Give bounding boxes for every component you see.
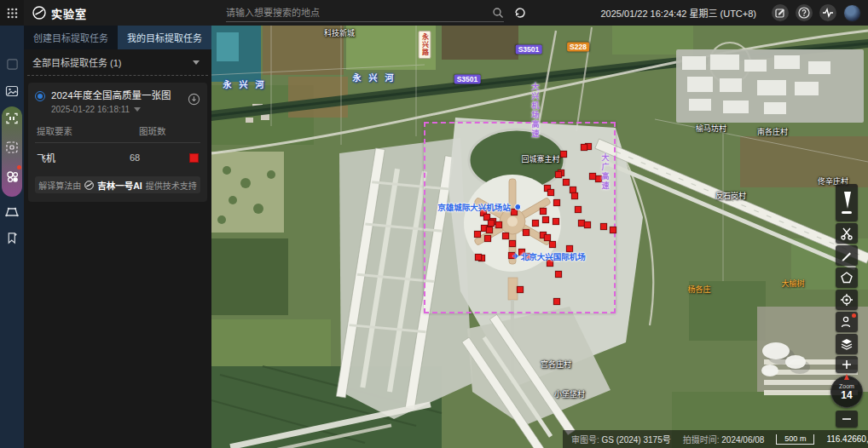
- brand-logo-icon: [32, 6, 46, 20]
- scale-bar: 500 m: [776, 434, 814, 445]
- image-layer-icon: [5, 84, 19, 98]
- user-avatar[interactable]: [843, 4, 861, 22]
- approval-number-value: GS (2024) 3175号: [602, 435, 671, 445]
- approval-number-label: 审图号:: [571, 435, 599, 445]
- task-panel: 创建目标提取任务 我的目标提取任务 全部目标提取任务 (1) 2024年度全国高…: [24, 26, 211, 448]
- cursor-coordinates: 116.42660, 39.53656: [826, 434, 868, 444]
- street-person-button[interactable]: [836, 312, 858, 332]
- grid-tool-icon: [6, 58, 19, 71]
- zoom-in-button[interactable]: [836, 356, 858, 373]
- divider: [27, 75, 208, 76]
- notification-badge: [852, 313, 856, 318]
- road-badge: S3501: [454, 75, 481, 84]
- powered-by-bar: 解译算法由 吉林一号AI 提供技术支持: [35, 176, 200, 193]
- road-badge: S3501: [516, 45, 542, 55]
- tab-my-tasks[interactable]: 我的目标提取任务: [118, 26, 211, 49]
- brand: 实验室: [32, 5, 87, 21]
- task-tabs: 创建目标提取任务 我的目标提取任务: [24, 26, 211, 49]
- select-area-icon: [5, 141, 19, 154]
- topbar: 实验室 2025/01/22 16:24:42 星期三 (UTC+8): [0, 0, 868, 26]
- rail-item-polygon[interactable]: [0, 203, 24, 221]
- download-icon: [188, 93, 200, 106]
- locate-button[interactable]: [836, 290, 858, 310]
- feedback-button[interactable]: [772, 4, 789, 21]
- capture-time-label: 拍摄时间:: [683, 435, 720, 445]
- column-count: 图斑数: [139, 124, 199, 137]
- task-time-row[interactable]: 2025-01-22 16:18:11: [51, 105, 171, 114]
- feature-count: 68: [130, 152, 189, 163]
- help-icon: [798, 7, 810, 19]
- notification-badge: [17, 165, 21, 169]
- search-bar: [226, 3, 504, 22]
- swipe-compare-button[interactable]: [836, 184, 858, 221]
- zoom-out-button[interactable]: [836, 411, 858, 428]
- task-radio-selected[interactable]: [35, 91, 45, 101]
- detection-color-swatch[interactable]: [189, 153, 199, 163]
- rail-item-dim-tool[interactable]: [0, 55, 24, 73]
- rail-item-imagery[interactable]: [0, 82, 24, 101]
- column-feature: 提取要素: [37, 124, 139, 137]
- map-toolbar: Zoom 14: [834, 184, 859, 428]
- capture-time-value: 2024/06/08: [721, 435, 764, 445]
- pentagon-icon: [840, 271, 854, 284]
- ai-extract-icon: [5, 169, 20, 184]
- swipe-curtain-icon: [838, 191, 855, 215]
- pen-icon: [840, 249, 854, 262]
- result-table-header: 提取要素 图斑数: [35, 124, 200, 137]
- task-card-header: 2024年度全国高质量一张图 2025-01-22 16:18:11: [35, 89, 200, 114]
- scissors-icon: [840, 227, 854, 240]
- feature-name: 飞机: [37, 151, 130, 164]
- zoom-value: 14: [841, 390, 852, 400]
- target-icon: [840, 293, 854, 307]
- person-pin-icon: [840, 315, 854, 329]
- powered-prefix: 解译算法由: [38, 179, 81, 192]
- scan-view-icon: [5, 112, 19, 125]
- chevron-down-icon: [193, 60, 200, 65]
- bookmark-icon: [6, 232, 19, 244]
- result-table-row[interactable]: 飞机 68: [35, 151, 200, 164]
- jilin1-logo-icon: [84, 181, 94, 190]
- topbar-right: 2025/01/22 16:24:42 星期三 (UTC+8): [600, 0, 861, 26]
- reset-search-button[interactable]: [513, 6, 527, 20]
- plus-icon: [842, 359, 852, 370]
- rail-item-ai-extract[interactable]: [0, 167, 24, 186]
- layers-button[interactable]: [836, 334, 858, 354]
- left-icon-rail: [0, 26, 24, 448]
- clip-tool-button[interactable]: [836, 223, 858, 244]
- search-input[interactable]: [226, 8, 492, 18]
- task-time: 2025-01-22 16:18:11: [51, 105, 130, 114]
- rail-item-bookmark[interactable]: [0, 228, 24, 247]
- activity-button[interactable]: [819, 4, 836, 21]
- rail-item-scan-view[interactable]: [0, 109, 24, 128]
- apps-grid-icon: [7, 8, 18, 19]
- layers-icon: [840, 337, 854, 351]
- task-title: 2024年度全国高质量一张图: [51, 89, 171, 101]
- road-badge: S228: [567, 43, 589, 52]
- polygon-tool-icon: [5, 205, 19, 219]
- edit-note-icon: [775, 8, 785, 18]
- compass-needle-icon: [844, 374, 849, 380]
- apps-grid-button[interactable]: [0, 0, 24, 26]
- divider: [35, 142, 200, 143]
- search-icon[interactable]: [492, 7, 504, 19]
- rail-item-select-area[interactable]: [0, 138, 24, 157]
- pulse-icon: [822, 7, 834, 19]
- task-filter-dropdown[interactable]: 全部目标提取任务 (1): [24, 49, 211, 75]
- draw-tool-button[interactable]: [836, 245, 858, 266]
- powered-suffix: 提供技术支持: [146, 179, 197, 192]
- minus-icon: [842, 414, 852, 424]
- road-badge-layer: S3501S3501S228: [211, 26, 868, 448]
- app-title: 实验室: [51, 5, 87, 21]
- zoom-dial[interactable]: Zoom 14: [830, 376, 863, 408]
- task-filter-label: 全部目标提取任务 (1): [32, 55, 122, 69]
- download-button[interactable]: [188, 93, 200, 106]
- datetime: 2025/01/22 16:24:42 星期三 (UTC+8): [600, 6, 756, 20]
- map-viewport[interactable]: 科技新城永兴路永兴河永兴河大兴机场高速大广高速回城寨主村京雄城际大兴机场站✈北京…: [211, 26, 868, 448]
- powered-brand: 吉林一号AI: [97, 179, 142, 192]
- help-button[interactable]: [796, 4, 813, 21]
- polygon-draw-button[interactable]: [836, 267, 858, 288]
- tab-create-task[interactable]: 创建目标提取任务: [24, 26, 118, 49]
- refresh-icon: [513, 6, 527, 20]
- map-status-bar: 审图号: GS (2024) 3175号 拍摄时间: 2024/06/08 50…: [563, 430, 868, 448]
- task-card[interactable]: 2024年度全国高质量一张图 2025-01-22 16:18:11 提取要素 …: [28, 83, 207, 202]
